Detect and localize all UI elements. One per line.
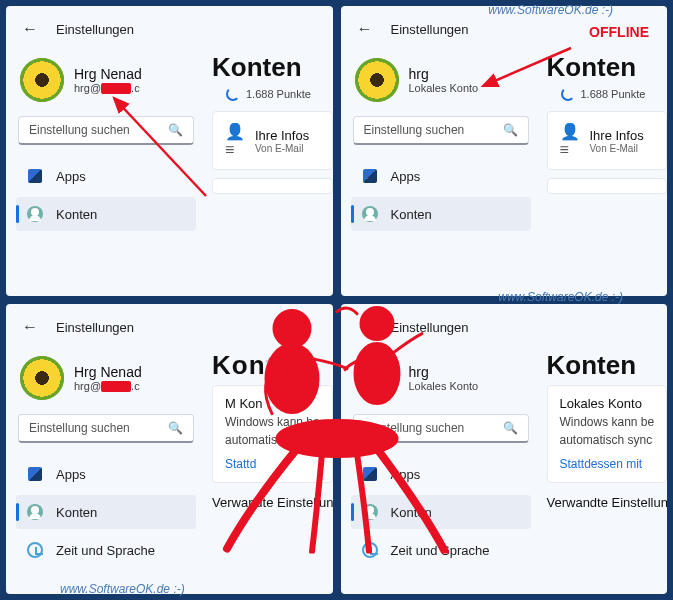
user-email: hrg@xx.c bbox=[74, 82, 142, 94]
search-icon: 🔍 bbox=[168, 421, 183, 435]
watermark-bottom: www.SoftwareOK.de :-) bbox=[60, 582, 185, 596]
account-icon bbox=[361, 205, 379, 223]
page-heading: Konten bbox=[212, 350, 333, 381]
card-stub[interactable] bbox=[547, 178, 668, 194]
offline-annotation: OFFLINE bbox=[589, 24, 649, 40]
watermark-top: www.SoftwareOK.de :-) bbox=[488, 3, 613, 17]
user-name: hrg bbox=[409, 66, 479, 83]
sidebar-item-accounts[interactable]: Konten bbox=[351, 197, 531, 231]
user-name: hrg bbox=[409, 364, 479, 381]
sidebar-item-apps[interactable]: Apps bbox=[351, 457, 531, 491]
account-card[interactable]: Lokales Konto Windows kann be automatisc… bbox=[547, 385, 668, 483]
account-card[interactable]: M Kon Windows kann be automatisch sync S… bbox=[212, 385, 333, 483]
avatar bbox=[355, 356, 399, 400]
sidebar-item-time[interactable]: Zeit und Sprache bbox=[16, 533, 196, 567]
user-name: Hrg Nenad bbox=[74, 364, 142, 381]
time-icon bbox=[361, 541, 379, 559]
search-icon: 🔍 bbox=[168, 123, 183, 137]
sidebar-item-accounts[interactable]: Konten bbox=[16, 197, 196, 231]
settings-panel-1: ← Einstellungen Hrg Nenad hrg@xx.c Einst… bbox=[6, 6, 333, 296]
user-name: Hrg Nenad bbox=[74, 66, 142, 83]
apps-icon bbox=[26, 167, 44, 185]
user-email: hrg@xx.c bbox=[74, 380, 142, 392]
sidebar-item-apps[interactable]: Apps bbox=[351, 159, 531, 193]
sidebar-item-accounts[interactable]: Konten bbox=[351, 495, 531, 529]
user-sub: Lokales Konto bbox=[409, 82, 479, 94]
user-info[interactable]: Hrg Nenad hrg@xx.c bbox=[20, 58, 192, 102]
page-heading: Konten bbox=[547, 350, 668, 381]
points-row: 1.688 Punkte bbox=[212, 87, 333, 101]
search-input[interactable]: Einstellung suchen 🔍 bbox=[18, 116, 194, 145]
panel-title: Einstellungen bbox=[391, 22, 469, 37]
sidebar-item-accounts[interactable]: Konten bbox=[16, 495, 196, 529]
settings-panel-3: ← Einstellungen Hrg Nenad hrg@xx.c Einst… bbox=[6, 304, 333, 594]
user-info[interactable]: hrg Lokales Konto bbox=[355, 356, 527, 400]
avatar bbox=[355, 58, 399, 102]
account-icon bbox=[26, 205, 44, 223]
back-button[interactable]: ← bbox=[357, 318, 373, 336]
search-input[interactable]: Einstellung suchen 🔍 bbox=[353, 116, 529, 145]
apps-icon bbox=[361, 465, 379, 483]
card-stub[interactable] bbox=[212, 178, 333, 194]
sidebar-item-apps[interactable]: Apps bbox=[16, 159, 196, 193]
your-info-card[interactable]: 👤≡ Ihre Infos Von E-Mail bbox=[212, 111, 333, 170]
your-info-card[interactable]: 👤≡ Ihre Infos Von E-Mail bbox=[547, 111, 668, 170]
related-settings-heading: Verwandte Einstellungen bbox=[547, 495, 668, 510]
id-icon: 👤≡ bbox=[560, 122, 578, 159]
settings-panel-4: ← Einstellungen hrg Lokales Konto Einste… bbox=[341, 304, 668, 594]
page-heading: Konten bbox=[212, 52, 333, 83]
id-icon: 👤≡ bbox=[225, 122, 243, 159]
avatar bbox=[20, 58, 64, 102]
user-info[interactable]: Hrg Nenad hrg@xx.c bbox=[20, 356, 192, 400]
apps-icon bbox=[26, 465, 44, 483]
instead-link[interactable]: Stattdessen mit bbox=[560, 457, 643, 471]
sidebar-item-apps[interactable]: Apps bbox=[16, 457, 196, 491]
search-icon: 🔍 bbox=[503, 123, 518, 137]
spinner-icon bbox=[226, 87, 240, 101]
settings-panel-2: OFFLINE ← Einstellungen hrg Lokales Kont… bbox=[341, 6, 668, 296]
time-icon bbox=[26, 541, 44, 559]
user-sub: Lokales Konto bbox=[409, 380, 479, 392]
back-button[interactable]: ← bbox=[22, 318, 38, 336]
instead-link[interactable]: Stattd bbox=[225, 457, 256, 471]
points-row: 1.688 Punkte bbox=[547, 87, 668, 101]
page-heading: Konten bbox=[547, 52, 668, 83]
search-input[interactable]: Einstellung suchen 🔍 bbox=[353, 414, 529, 443]
search-icon: 🔍 bbox=[503, 421, 518, 435]
related-settings-heading: Verwandte Einstellungen bbox=[212, 495, 333, 510]
back-button[interactable]: ← bbox=[22, 20, 38, 38]
sidebar-item-time[interactable]: Zeit und Sprache bbox=[351, 533, 531, 567]
apps-icon bbox=[361, 167, 379, 185]
avatar bbox=[20, 356, 64, 400]
user-info[interactable]: hrg Lokales Konto bbox=[355, 58, 527, 102]
search-input[interactable]: Einstellung suchen 🔍 bbox=[18, 414, 194, 443]
account-icon bbox=[26, 503, 44, 521]
back-button[interactable]: ← bbox=[357, 20, 373, 38]
account-icon bbox=[361, 503, 379, 521]
panel-title: Einstellungen bbox=[56, 22, 134, 37]
panel-title: Einstellungen bbox=[391, 320, 469, 335]
watermark-mid: www.SoftwareOK.de :-) bbox=[498, 290, 623, 304]
panel-title: Einstellungen bbox=[56, 320, 134, 335]
spinner-icon bbox=[561, 87, 575, 101]
